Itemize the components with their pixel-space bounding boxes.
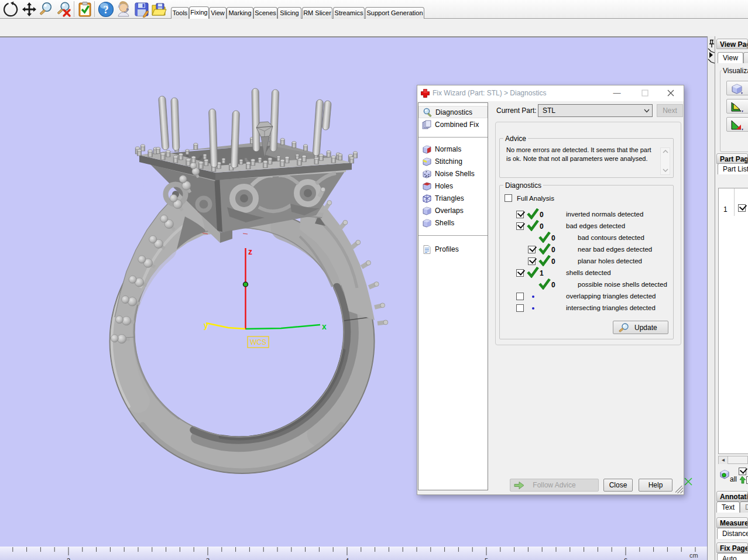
svg-text:6: 6: [624, 557, 627, 560]
svg-text:x: x: [322, 322, 327, 331]
svg-text:y: y: [204, 321, 208, 330]
svg-text:cm: cm: [689, 552, 698, 559]
svg-text:?: ?: [103, 4, 109, 16]
svg-text:2: 2: [67, 557, 70, 560]
svg-text:4: 4: [345, 557, 349, 560]
svg-text:WCS: WCS: [250, 338, 266, 346]
svg-text:5: 5: [485, 557, 488, 560]
svg-text:z: z: [248, 247, 252, 256]
svg-text:3: 3: [206, 557, 210, 560]
